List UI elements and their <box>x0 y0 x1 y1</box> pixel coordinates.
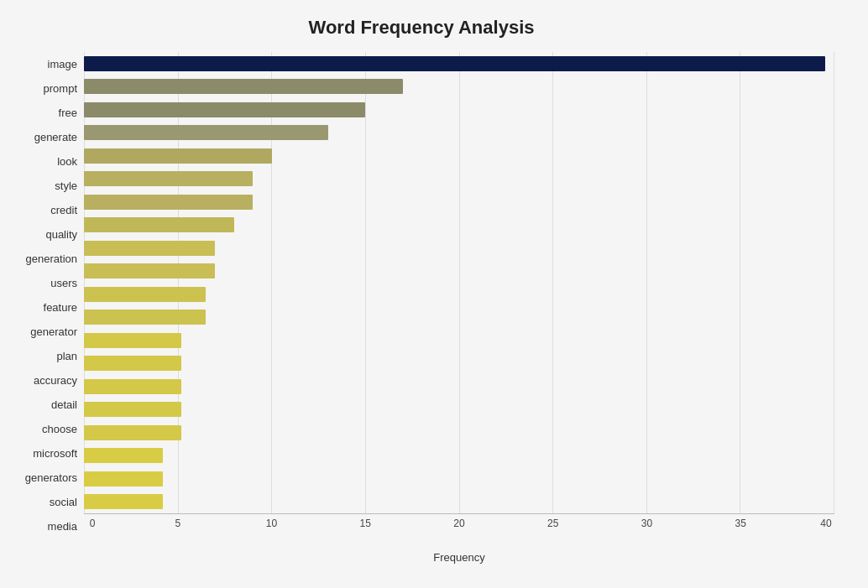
y-labels: imagepromptfreegeneratelookstylecreditqu… <box>8 52 84 539</box>
bar-row-generation <box>84 239 834 258</box>
bar-detail <box>84 379 181 394</box>
x-tick-0: 0 <box>84 518 101 529</box>
y-label-accuracy: accuracy <box>8 370 77 392</box>
bar-row-detail <box>84 377 834 396</box>
bar-microsoft <box>84 425 181 440</box>
bar-row-accuracy <box>84 354 834 372</box>
bar-row-generators <box>84 446 834 465</box>
chart-container: Word Frequency Analysis imagepromptfreeg… <box>0 0 868 588</box>
bar-row-users <box>84 262 834 280</box>
y-label-generate: generate <box>8 127 77 148</box>
bar-free <box>84 102 365 117</box>
y-label-credit: credit <box>8 200 77 221</box>
y-label-users: users <box>8 273 77 294</box>
plot-area: 0510152025303540Frequency <box>84 52 834 539</box>
bar-row-look <box>84 147 834 165</box>
x-tick-20: 20 <box>451 518 468 529</box>
y-label-media: media <box>8 516 77 538</box>
y-label-quality: quality <box>8 224 77 246</box>
bar-media <box>84 494 163 509</box>
bar-style <box>84 171 253 186</box>
bar-credit <box>84 195 253 210</box>
bar-social <box>84 471 163 487</box>
x-tick-25: 25 <box>545 518 562 529</box>
bar-choose <box>84 402 181 417</box>
bar-feature <box>84 287 206 302</box>
x-tick-35: 35 <box>732 518 749 529</box>
y-label-image: image <box>8 54 77 75</box>
bar-look <box>84 148 272 164</box>
y-label-prompt: prompt <box>8 78 77 100</box>
bar-row-quality <box>84 216 834 234</box>
bar-row-social <box>84 470 834 488</box>
bar-generators <box>84 448 163 463</box>
x-tick-5: 5 <box>170 518 186 529</box>
bar-row-image <box>84 55 834 73</box>
bar-row-plan <box>84 331 834 350</box>
bar-row-prompt <box>84 77 834 96</box>
bar-prompt <box>84 79 403 94</box>
bar-users <box>84 263 215 278</box>
bar-row-style <box>84 169 834 188</box>
bars-wrapper <box>84 52 834 513</box>
x-tick-40: 40 <box>818 518 834 529</box>
y-label-look: look <box>8 151 77 173</box>
bar-accuracy <box>84 356 181 371</box>
y-label-generation: generation <box>8 248 77 270</box>
y-label-microsoft: microsoft <box>8 443 77 465</box>
y-label-feature: feature <box>8 297 77 319</box>
x-tick-30: 30 <box>639 518 656 529</box>
bar-row-choose <box>84 400 834 419</box>
y-label-detail: detail <box>8 394 77 416</box>
bar-row-generator <box>84 308 834 326</box>
bar-generation <box>84 241 215 256</box>
y-label-social: social <box>8 492 77 513</box>
bar-row-microsoft <box>84 424 834 442</box>
bar-row-generate <box>84 123 834 142</box>
y-label-generators: generators <box>8 467 77 489</box>
bar-row-media <box>84 492 834 511</box>
chart-title: Word Frequency Analysis <box>8 17 834 39</box>
bar-image <box>84 56 825 71</box>
x-tick-10: 10 <box>264 518 280 529</box>
y-label-plan: plan <box>8 346 77 367</box>
bar-quality <box>84 217 234 232</box>
y-label-choose: choose <box>8 419 77 440</box>
y-label-free: free <box>8 102 77 124</box>
bar-generate <box>84 125 328 140</box>
y-label-generator: generator <box>8 321 77 343</box>
bar-row-free <box>84 101 834 119</box>
bar-row-credit <box>84 193 834 211</box>
y-label-style: style <box>8 175 77 197</box>
x-tick-15: 15 <box>357 518 374 529</box>
chart-area: imagepromptfreegeneratelookstylecreditqu… <box>8 52 834 539</box>
x-axis-label: Frequency <box>433 551 484 564</box>
bar-row-feature <box>84 285 834 304</box>
bar-generator <box>84 310 206 325</box>
bar-plan <box>84 333 181 348</box>
x-axis: 0510152025303540Frequency <box>84 513 834 539</box>
